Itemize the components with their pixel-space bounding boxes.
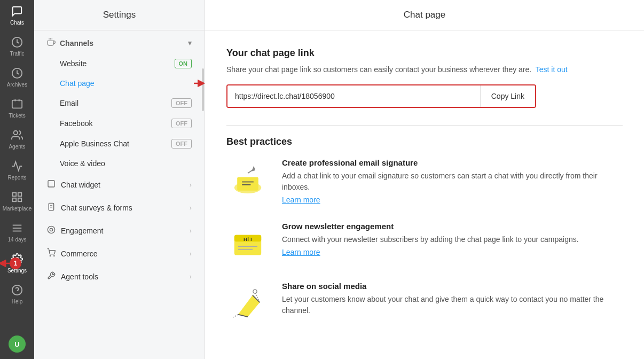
reports-icon: [11, 160, 23, 173]
channels-chevron: ▾: [188, 39, 192, 47]
email-signature-text: Create professional email signature Add …: [282, 158, 623, 205]
social-media-icon-wrap: [226, 282, 269, 324]
engagement-icon: [47, 225, 56, 236]
traffic-nav[interactable]: Traffic: [0, 31, 34, 62]
chat-surveys-icon: [47, 202, 56, 213]
chat-page-item[interactable]: Chat page 2: [34, 74, 205, 93]
svg-line-42: [233, 315, 238, 317]
agent-tools-arrow: ›: [190, 272, 192, 280]
chat-widget-arrow: ›: [190, 181, 192, 189]
main-content: Chat page Your chat page link Share your…: [205, 0, 644, 359]
facebook-item[interactable]: Facebook OFF: [34, 113, 205, 134]
test-it-out-link[interactable]: Test it out: [536, 65, 568, 74]
svg-line-31: [248, 168, 255, 173]
svg-point-5: [14, 131, 18, 135]
newsletter-practice: Hi ! Grow newsletter engagement Connect …: [226, 222, 623, 264]
help-nav[interactable]: Help: [0, 279, 34, 310]
traffic-icon: [11, 36, 23, 49]
copy-link-button[interactable]: Copy Link: [480, 85, 535, 107]
marketplace-icon: [11, 191, 23, 204]
agents-nav[interactable]: Agents: [0, 124, 34, 155]
apple-badge: OFF: [171, 139, 192, 149]
help-icon: [11, 284, 23, 297]
email-badge: OFF: [171, 98, 192, 108]
settings-sidebar: Settings Channels ▾ Website ON Chat page…: [34, 0, 205, 359]
email-signature-practice: Create professional email signature Add …: [226, 158, 623, 205]
commerce-item[interactable]: Commerce ›: [34, 242, 205, 265]
svg-point-13: [15, 257, 19, 261]
svg-rect-8: [13, 198, 16, 201]
chat-page-link-title: Your chat page link: [226, 48, 623, 59]
reports-nav[interactable]: Reports: [0, 155, 34, 186]
facebook-badge: OFF: [171, 119, 192, 128]
tickets-icon: [11, 98, 23, 111]
channels-icon: [47, 38, 56, 48]
settings-menu: Channels ▾ Website ON Chat page 2 Email …: [34, 30, 205, 359]
chats-icon: [11, 5, 23, 18]
scrollbar-track: [201, 26, 205, 359]
main-header: Chat page: [205, 0, 644, 30]
svg-rect-28: [237, 177, 258, 191]
chat-widget-item[interactable]: Chat widget ›: [34, 173, 205, 196]
divider: [226, 125, 623, 126]
svg-point-41: [253, 290, 257, 293]
channels-section-header[interactable]: Channels ▾: [34, 30, 205, 53]
14days-nav[interactable]: 14 days: [0, 217, 34, 248]
best-practices-section: Best practices Create professional email…: [226, 136, 623, 324]
marketplace-nav[interactable]: Marketplace: [0, 186, 34, 217]
agent-tools-icon: [47, 271, 56, 282]
settings-title: Settings: [34, 0, 205, 30]
chat-surveys-arrow: ›: [190, 204, 192, 212]
chat-widget-icon: [47, 180, 56, 190]
chats-nav[interactable]: Chats: [0, 0, 34, 31]
svg-rect-2: [12, 100, 22, 108]
svg-point-24: [50, 228, 52, 231]
newsletter-learn-more[interactable]: Learn more: [282, 248, 320, 256]
email-signature-icon-wrap: [226, 158, 269, 201]
chat-page-link-input[interactable]: [227, 85, 480, 107]
voice-video-item[interactable]: Voice & video: [34, 154, 205, 173]
avatar[interactable]: U: [9, 335, 26, 353]
email-signature-learn-more[interactable]: Learn more: [282, 196, 320, 204]
svg-text:Hi !: Hi !: [244, 236, 252, 242]
svg-point-23: [48, 226, 54, 233]
icon-sidebar: Chats Traffic Archives Tickets Agents Re…: [0, 0, 34, 359]
14days-icon: [11, 222, 23, 235]
agents-icon: [11, 129, 23, 142]
chat-surveys-item[interactable]: Chat surveys & forms ›: [34, 196, 205, 219]
social-media-text: Share on social media Let your customers…: [282, 282, 623, 318]
newsletter-icon-wrap: Hi !: [226, 222, 269, 264]
scrollbar-thumb: [202, 68, 204, 111]
svg-rect-19: [48, 181, 54, 187]
avatar-section: U: [9, 335, 26, 359]
svg-point-25: [50, 255, 50, 256]
tickets-nav[interactable]: Tickets: [0, 93, 34, 124]
best-practices-title: Best practices: [226, 136, 623, 147]
main-body: Your chat page link Share your chat page…: [205, 30, 644, 359]
engagement-item[interactable]: Engagement ›: [34, 219, 205, 242]
email-item[interactable]: Email OFF: [34, 93, 205, 113]
link-bar: Copy Link 3: [226, 84, 536, 108]
website-item[interactable]: Website ON: [34, 53, 205, 74]
commerce-arrow: ›: [190, 249, 192, 257]
svg-rect-9: [18, 198, 21, 201]
commerce-icon: [47, 248, 56, 259]
chat-page-link-section: Your chat page link Share your chat page…: [226, 48, 623, 108]
settings-nav[interactable]: Settings 1: [0, 248, 34, 279]
settings-icon: [11, 253, 23, 266]
svg-marker-37: [238, 295, 260, 317]
website-badge: ON: [175, 59, 192, 68]
chat-page-link-desc: Share your chat page link so customers c…: [226, 65, 623, 74]
social-media-practice: Share on social media Let your customers…: [226, 282, 623, 324]
apple-business-chat-item[interactable]: Apple Business Chat OFF: [34, 134, 205, 154]
svg-rect-7: [18, 193, 21, 196]
newsletter-text: Grow newsletter engagement Connect with …: [282, 222, 579, 257]
archives-icon: [11, 67, 23, 80]
agent-tools-item[interactable]: Agent tools ›: [34, 265, 205, 288]
engagement-arrow: ›: [190, 227, 192, 235]
svg-point-26: [54, 255, 54, 256]
archives-nav[interactable]: Archives: [0, 62, 34, 93]
svg-rect-6: [13, 193, 16, 196]
